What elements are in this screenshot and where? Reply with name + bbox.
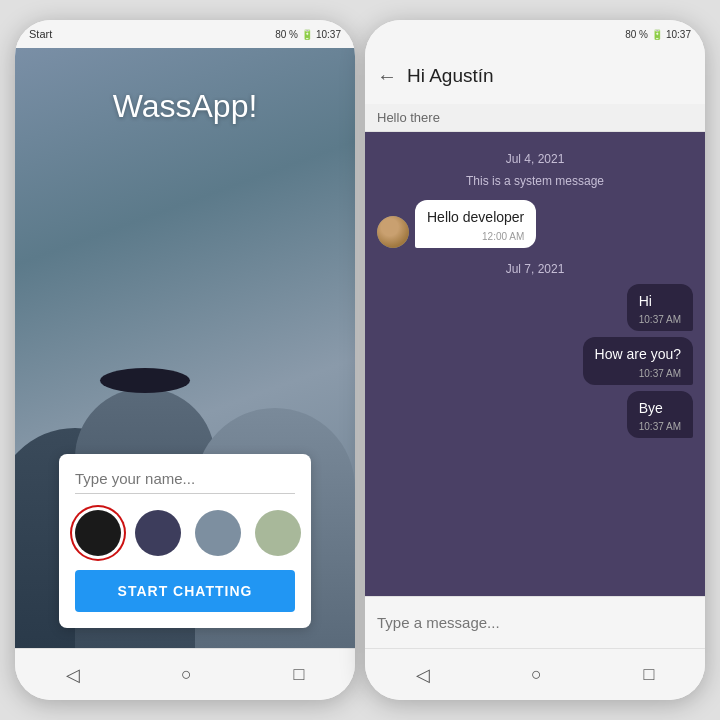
- color-picker-row: [75, 510, 295, 556]
- hat-shape: [100, 368, 190, 393]
- battery-icon: 🔋: [301, 29, 313, 40]
- chat-input-bar: [365, 596, 705, 648]
- phone-start: Start 80 % 🔋 10:37 WassApp!: [15, 20, 355, 700]
- battery-icon-2: 🔋: [651, 29, 663, 40]
- status-right-2: 80 % 🔋 10:37: [625, 29, 691, 40]
- bubble-text-out-3: Bye: [639, 400, 663, 416]
- recent-nav-icon-2[interactable]: □: [643, 664, 654, 685]
- message-row-incoming-1: Hello developer 12:00 AM: [377, 200, 693, 248]
- color-dot-sage[interactable]: [255, 510, 301, 556]
- message-row-outgoing-1: Hi 10:37 AM: [377, 284, 693, 332]
- bubble-outgoing-1: Hi 10:37 AM: [627, 284, 693, 332]
- start-chatting-button[interactable]: START CHATTING: [75, 570, 295, 612]
- input-card-wrapper: START CHATTING: [15, 434, 355, 648]
- color-dot-dark-purple[interactable]: [135, 510, 181, 556]
- message-row-outgoing-2: How are you? 10:37 AM: [377, 337, 693, 385]
- status-title: Start: [29, 28, 52, 40]
- home-nav-icon[interactable]: ○: [181, 664, 192, 685]
- date-label-2: Jul 7, 2021: [377, 262, 693, 276]
- status-bar-right: 80 % 🔋 10:37: [365, 20, 705, 48]
- screen-container: Start 80 % 🔋 10:37 WassApp!: [15, 20, 705, 700]
- back-nav-icon-2[interactable]: ◁: [416, 664, 430, 686]
- bubble-time-out-3: 10:37 AM: [639, 420, 681, 434]
- bubble-incoming-1: Hello developer 12:00 AM: [415, 200, 536, 248]
- recent-nav-icon[interactable]: □: [293, 664, 304, 685]
- back-nav-icon[interactable]: ◁: [66, 664, 80, 686]
- app-title: WassApp!: [113, 88, 258, 125]
- chat-message-input[interactable]: [377, 614, 693, 631]
- signal-text: 80 %: [275, 29, 298, 40]
- avatar-incoming: [377, 216, 409, 248]
- color-dot-black[interactable]: [75, 510, 121, 556]
- chat-subtitle-bar: Hello there: [365, 104, 705, 132]
- date-label-1: Jul 4, 2021: [377, 152, 693, 166]
- input-card: START CHATTING: [59, 454, 311, 628]
- bubble-text-out-2: How are you?: [595, 346, 681, 362]
- status-right: 80 % 🔋 10:37: [275, 29, 341, 40]
- bubble-text-out-1: Hi: [639, 293, 652, 309]
- signal-text-2: 80 %: [625, 29, 648, 40]
- time-text: 10:37: [316, 29, 341, 40]
- hero-section: WassApp! START CHATTING: [15, 48, 355, 648]
- chat-contact-title: Hi Agustín: [407, 65, 494, 87]
- bottom-nav-right: ◁ ○ □: [365, 648, 705, 700]
- bubble-text: Hello developer: [427, 209, 524, 225]
- back-button[interactable]: ←: [377, 65, 397, 88]
- bubble-time-out-2: 10:37 AM: [595, 367, 681, 381]
- chat-app-bar: ← Hi Agustín: [365, 48, 705, 104]
- home-nav-icon-2[interactable]: ○: [531, 664, 542, 685]
- bottom-nav-left: ◁ ○ □: [15, 648, 355, 700]
- phone-chat: 80 % 🔋 10:37 ← Hi Agustín Hello there Ju…: [365, 20, 705, 700]
- color-dot-gray-blue[interactable]: [195, 510, 241, 556]
- bubble-time: 12:00 AM: [427, 230, 524, 244]
- chat-body: Jul 4, 2021 This is a system message Hel…: [365, 132, 705, 596]
- name-input[interactable]: [75, 466, 295, 494]
- bubble-outgoing-3: Bye 10:37 AM: [627, 391, 693, 439]
- time-text-2: 10:37: [666, 29, 691, 40]
- status-bar-left: Start 80 % 🔋 10:37: [15, 20, 355, 48]
- avatar-image: [377, 216, 409, 248]
- system-message-1: This is a system message: [377, 174, 693, 188]
- message-row-outgoing-3: Bye 10:37 AM: [377, 391, 693, 439]
- bubble-time-out-1: 10:37 AM: [639, 313, 681, 327]
- bubble-outgoing-2: How are you? 10:37 AM: [583, 337, 693, 385]
- chat-subtitle-text: Hello there: [377, 110, 440, 125]
